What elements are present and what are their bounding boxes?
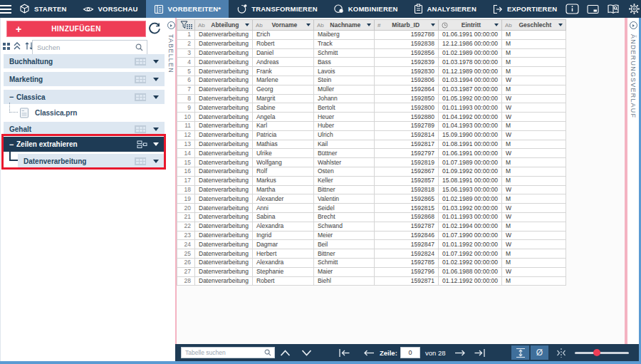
chevron-down-icon[interactable]	[153, 160, 159, 163]
data-cell[interactable]: Wahlster	[313, 158, 374, 167]
data-cell[interactable]: Robert	[252, 276, 313, 286]
data-cell[interactable]: 01.02.1992 00:00:00	[438, 258, 501, 267]
data-cell[interactable]: 01.08.1991 00:00:00	[438, 140, 501, 149]
sidebar-item-classica[interactable]: − Classica	[4, 90, 165, 104]
data-cell[interactable]: Datenverarbeitung	[195, 231, 253, 240]
data-cell[interactable]: Meier	[313, 231, 374, 240]
data-cell[interactable]: Datenverarbeitung	[195, 204, 253, 213]
collapse-panel-icon[interactable]	[167, 21, 175, 29]
chevron-down-icon[interactable]	[153, 95, 159, 99]
data-cell[interactable]: Schwand	[313, 222, 374, 231]
data-cell[interactable]: 1592868	[374, 212, 438, 222]
data-cell[interactable]: 01.12.1992 00:00:00	[438, 276, 501, 286]
data-cell[interactable]: 1592819	[374, 158, 438, 167]
data-cell[interactable]: M	[501, 121, 566, 130]
window-icon[interactable]	[585, 2, 600, 16]
data-cell[interactable]: 01.01.1993 00:00:00	[438, 103, 501, 113]
data-cell[interactable]: 1592818	[374, 185, 438, 194]
data-cell[interactable]: W	[501, 149, 566, 158]
data-cell[interactable]: Datenverarbeitung	[195, 130, 253, 140]
data-cell[interactable]: 01.06.1991 00:00:00	[438, 149, 501, 158]
data-cell[interactable]: Seidel	[313, 204, 374, 213]
data-cell[interactable]: Marlene	[252, 76, 313, 85]
data-cell[interactable]: W	[501, 103, 566, 113]
collapse-minus-icon[interactable]: −	[4, 140, 16, 149]
row-height-icon[interactable]	[511, 345, 529, 360]
data-cell[interactable]: M	[501, 276, 566, 286]
data-cell[interactable]: 01.04.1993 00:00:00	[438, 121, 501, 130]
chevron-down-icon[interactable]	[153, 60, 159, 63]
column-header[interactable]: Eintritt	[438, 20, 501, 31]
row-number-input[interactable]	[400, 347, 420, 358]
show-nulls-icon[interactable]: Ø	[531, 345, 548, 360]
row-number-cell[interactable]: 8	[177, 94, 195, 103]
table-search-input[interactable]	[182, 349, 264, 356]
data-cell[interactable]: M	[501, 67, 566, 76]
column-header[interactable]: AbVorname	[252, 20, 313, 31]
data-cell[interactable]: Track	[313, 39, 374, 48]
data-cell[interactable]: 1592824	[374, 249, 438, 259]
data-cell[interactable]: 15.06.1993 00:00:00	[438, 185, 501, 194]
data-cell[interactable]: Herbert	[252, 249, 313, 259]
add-button[interactable]: + HINZUFÜGEN	[6, 21, 146, 37]
data-cell[interactable]: 1592838	[374, 39, 438, 48]
tab-transformieren[interactable]: TRANSFORMIEREN	[229, 0, 325, 18]
data-cell[interactable]: Brecht	[313, 212, 374, 222]
data-cell[interactable]: Datenverarbeitung	[195, 39, 253, 48]
data-cell[interactable]: W	[501, 76, 566, 85]
data-cell[interactable]: Datenverarbeitung	[195, 76, 253, 85]
data-cell[interactable]: Andreas	[252, 58, 313, 67]
row-number-cell[interactable]: 17	[177, 176, 195, 185]
data-cell[interactable]: Datenverarbeitung	[195, 240, 253, 249]
row-number-cell[interactable]: 12	[177, 130, 195, 140]
data-cell[interactable]: Frank	[252, 67, 313, 76]
data-cell[interactable]: Ulrike	[252, 149, 313, 158]
data-cell[interactable]: Datenverarbeitung	[195, 249, 253, 259]
data-cell[interactable]: 1592847	[374, 240, 438, 249]
data-cell[interactable]: Datenverarbeitung	[195, 121, 253, 130]
data-cell[interactable]: 01.06.1991 00:00:00	[438, 31, 501, 40]
data-cell[interactable]: W	[501, 94, 566, 103]
data-cell[interactable]: Datenverarbeitung	[195, 58, 253, 67]
data-cell[interactable]: Dagmar	[252, 240, 313, 249]
sidebar-item-buchhaltung[interactable]: Buchhaltung	[4, 54, 165, 68]
data-cell[interactable]: 01.12.1989 00:00:00	[438, 67, 501, 76]
zoom-slider-track[interactable]	[575, 352, 629, 354]
data-cell[interactable]: 1592856	[374, 48, 438, 58]
row-number-cell[interactable]: 16	[177, 167, 195, 176]
data-cell[interactable]: 01.04.1992 00:00:00	[438, 113, 501, 122]
row-number-cell[interactable]: 7	[177, 85, 195, 94]
data-cell[interactable]: Müller	[313, 85, 374, 94]
column-filter-chevron-icon[interactable]	[367, 24, 371, 26]
collapse-all-icon[interactable]	[13, 41, 21, 51]
data-cell[interactable]: Datenverarbeitung	[195, 48, 253, 58]
data-cell[interactable]: W	[501, 113, 566, 122]
data-cell[interactable]: Datenverarbeitung	[195, 276, 253, 286]
row-number-cell[interactable]: 21	[177, 212, 195, 222]
column-filter-chevron-icon[interactable]	[494, 24, 499, 26]
data-cell[interactable]: Lavois	[313, 67, 374, 76]
find-previous-icon[interactable]	[280, 344, 291, 361]
data-cell[interactable]: Sabina	[252, 212, 313, 222]
data-cell[interactable]: Johann	[313, 94, 374, 103]
data-cell[interactable]: Bittner	[313, 185, 374, 194]
data-cell[interactable]: W	[501, 130, 566, 140]
data-cell[interactable]: Wolfgang	[252, 158, 313, 167]
data-cell[interactable]: Ingrid	[252, 231, 313, 240]
data-cell[interactable]: M	[501, 222, 566, 231]
data-cell[interactable]: Karl	[252, 121, 313, 130]
data-cell[interactable]: Datenverarbeitung	[195, 176, 253, 185]
sidebar-search-input[interactable]	[33, 43, 135, 51]
data-cell[interactable]: 15.08.1991 00:00:00	[438, 176, 501, 185]
data-cell[interactable]: Osten	[313, 167, 374, 176]
data-cell[interactable]: Büttner	[313, 149, 374, 158]
row-number-cell[interactable]: 13	[177, 140, 195, 149]
data-cell[interactable]: Datenverarbeitung	[195, 185, 253, 194]
row-number-cell[interactable]: 1	[177, 31, 195, 40]
tab-vorschau[interactable]: VORSCHAU	[75, 0, 146, 18]
data-cell[interactable]: Sabine	[252, 103, 313, 113]
data-cell[interactable]: Datenverarbeitung	[195, 140, 253, 149]
data-cell[interactable]: Rolf	[252, 167, 313, 176]
data-cell[interactable]: 1592797	[374, 149, 438, 158]
refresh-icon[interactable]	[147, 21, 162, 36]
